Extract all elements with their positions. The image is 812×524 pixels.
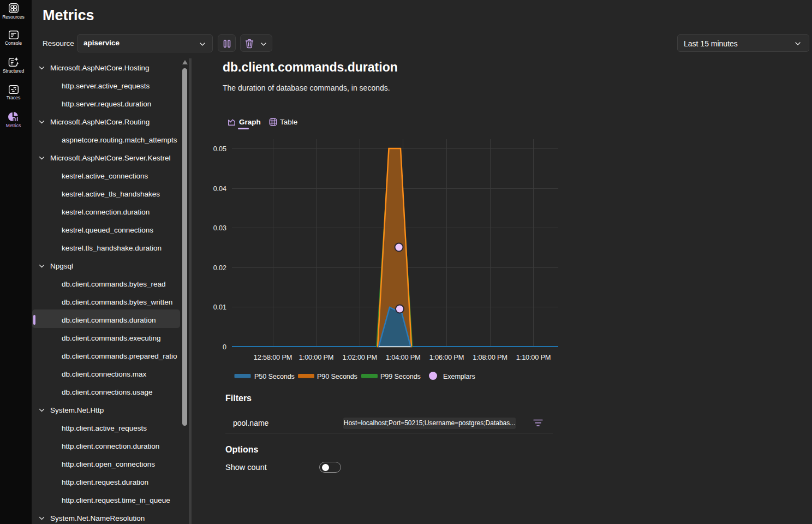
svg-text:1:02:00 PM: 1:02:00 PM [342,353,377,361]
svg-text:12:58:00 PM: 12:58:00 PM [254,353,292,361]
svg-text:Exemplars: Exemplars [443,373,475,380]
svg-text:1:08:00 PM: 1:08:00 PM [473,353,507,361]
svg-text:0: 0 [223,343,226,351]
svg-text:1:00:00 PM: 1:00:00 PM [299,353,333,361]
svg-text:0.03: 0.03 [213,224,226,232]
svg-text:P90 Seconds: P90 Seconds [317,373,357,380]
svg-text:0.01: 0.01 [213,303,226,311]
svg-text:1:06:00 PM: 1:06:00 PM [429,353,464,361]
svg-text:P50 Seconds: P50 Seconds [254,373,295,380]
svg-text:0.02: 0.02 [213,264,226,272]
svg-text:P99 Seconds: P99 Seconds [380,373,421,380]
svg-text:0.05: 0.05 [213,145,226,153]
svg-text:0.04: 0.04 [213,185,226,193]
svg-text:1:10:00 PM: 1:10:00 PM [516,353,551,361]
svg-text:1:04:00 PM: 1:04:00 PM [386,353,420,361]
